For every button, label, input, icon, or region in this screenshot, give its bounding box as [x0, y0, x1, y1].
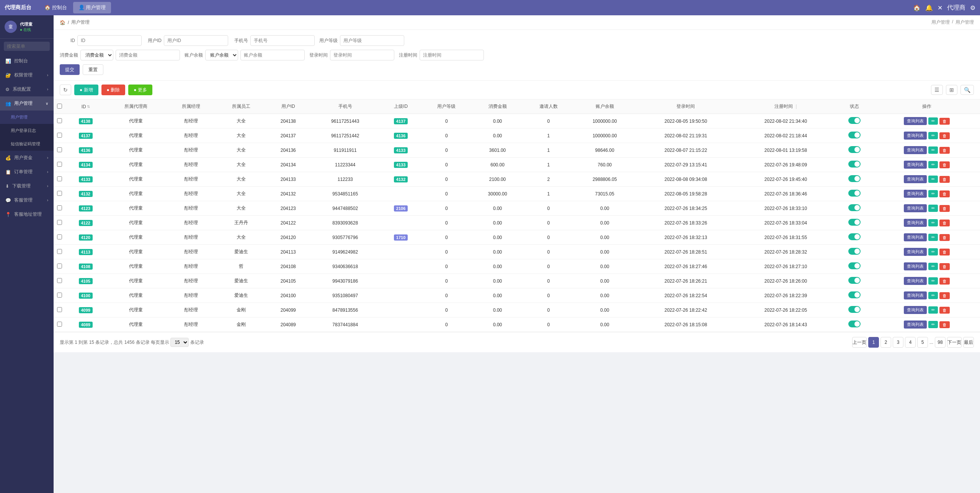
- row-checkbox[interactable]: [57, 249, 62, 254]
- refresh-button[interactable]: ↻: [60, 85, 71, 95]
- select-all-checkbox[interactable]: [57, 104, 62, 109]
- detail-button[interactable]: 查询列表: [904, 321, 927, 329]
- status-toggle[interactable]: [848, 321, 861, 327]
- edit-button[interactable]: ✏: [928, 117, 938, 125]
- row-checkbox[interactable]: [57, 322, 62, 327]
- filter-balance-input[interactable]: [240, 50, 305, 60]
- page-size-select[interactable]: 15 30 50: [170, 338, 189, 347]
- delete-row-button[interactable]: 🗑: [939, 263, 950, 270]
- nav-item-dashboard[interactable]: 🏠 控制台: [39, 2, 72, 13]
- delete-row-button[interactable]: 🗑: [939, 118, 950, 125]
- page-5-button[interactable]: 5: [917, 337, 928, 348]
- delete-row-button[interactable]: 🗑: [939, 307, 950, 314]
- sidebar-item-permissions[interactable]: 🔐 权限管理 ›: [0, 68, 54, 82]
- detail-button[interactable]: 查询列表: [904, 161, 927, 169]
- edit-button[interactable]: ✏: [928, 292, 938, 299]
- row-checkbox[interactable]: [57, 191, 62, 196]
- filter-amount-select[interactable]: 消费金额: [80, 50, 113, 60]
- edit-button[interactable]: ✏: [928, 205, 938, 212]
- search-toolbar-button[interactable]: 🔍: [960, 85, 974, 95]
- status-toggle[interactable]: [848, 161, 861, 168]
- more-button[interactable]: ● 更多: [128, 85, 152, 95]
- home-icon[interactable]: 🏠: [913, 4, 921, 11]
- grid-view-button[interactable]: ⊞: [946, 85, 957, 95]
- detail-button[interactable]: 查询列表: [904, 248, 927, 256]
- row-checkbox[interactable]: [57, 264, 62, 268]
- filter-phone-input[interactable]: [250, 35, 315, 46]
- detail-button[interactable]: 查询列表: [904, 117, 927, 125]
- edit-button[interactable]: ✏: [928, 176, 938, 183]
- status-toggle[interactable]: [848, 204, 861, 211]
- edit-button[interactable]: ✏: [928, 190, 938, 197]
- filter-userid-input[interactable]: [164, 35, 228, 46]
- filter-reg-input[interactable]: [420, 50, 484, 60]
- page-3-button[interactable]: 3: [893, 337, 903, 348]
- edit-button[interactable]: ✏: [928, 277, 938, 285]
- row-checkbox[interactable]: [57, 293, 62, 298]
- delete-row-button[interactable]: 🗑: [939, 190, 950, 197]
- status-toggle[interactable]: [848, 146, 861, 153]
- delete-row-button[interactable]: 🗑: [939, 132, 950, 139]
- edit-button[interactable]: ✏: [928, 132, 938, 139]
- status-toggle[interactable]: [848, 219, 861, 226]
- filter-balance-select[interactable]: 账户余额: [205, 50, 238, 60]
- status-toggle[interactable]: [848, 277, 861, 284]
- delete-row-button[interactable]: 🗑: [939, 278, 950, 285]
- detail-button[interactable]: 查询列表: [904, 306, 927, 314]
- status-toggle[interactable]: [848, 306, 861, 313]
- bell-icon[interactable]: 🔔: [925, 4, 933, 11]
- edit-button[interactable]: ✏: [928, 161, 938, 168]
- filter-id-input[interactable]: [77, 35, 142, 46]
- detail-button[interactable]: 查询列表: [904, 132, 927, 140]
- col-id-sort[interactable]: ID: [82, 104, 90, 109]
- list-view-button[interactable]: ☰: [931, 85, 943, 95]
- sidebar-item-dashboard[interactable]: 📊 控制台: [0, 54, 54, 68]
- last-page-button[interactable]: 最后: [963, 337, 974, 348]
- filter-level-input[interactable]: [340, 35, 404, 46]
- row-checkbox[interactable]: [57, 147, 62, 152]
- sidebar-subitem-user-manage[interactable]: 用户管理: [0, 111, 54, 124]
- close-icon[interactable]: ✕: [938, 4, 942, 11]
- filter-login-input[interactable]: [330, 50, 394, 60]
- row-checkbox[interactable]: [57, 118, 62, 123]
- delete-row-button[interactable]: 🗑: [939, 292, 950, 299]
- page-2-button[interactable]: 2: [880, 337, 891, 348]
- status-toggle[interactable]: [848, 132, 861, 138]
- status-toggle[interactable]: [848, 291, 861, 298]
- prev-page-button[interactable]: 上一页: [852, 337, 867, 348]
- next-page-button[interactable]: 下一页: [947, 337, 962, 348]
- row-checkbox[interactable]: [57, 307, 62, 312]
- detail-button[interactable]: 查询列表: [904, 233, 927, 241]
- sidebar-item-users[interactable]: 👥 用户管理 ∨: [0, 96, 54, 111]
- detail-button[interactable]: 查询列表: [904, 291, 927, 299]
- sidebar-item-support[interactable]: 💬 客服管理 ›: [0, 193, 54, 207]
- detail-button[interactable]: 查询列表: [904, 262, 927, 270]
- detail-button[interactable]: 查询列表: [904, 175, 927, 183]
- row-checkbox[interactable]: [57, 176, 62, 181]
- page-4-button[interactable]: 4: [905, 337, 916, 348]
- status-toggle[interactable]: [848, 233, 861, 240]
- status-toggle[interactable]: [848, 190, 861, 197]
- filter-amount-input[interactable]: [116, 50, 180, 60]
- status-toggle[interactable]: [848, 248, 861, 255]
- detail-button[interactable]: 查询列表: [904, 146, 927, 154]
- delete-row-button[interactable]: 🗑: [939, 176, 950, 183]
- edit-button[interactable]: ✏: [928, 219, 938, 226]
- delete-row-button[interactable]: 🗑: [939, 234, 950, 241]
- row-checkbox[interactable]: [57, 162, 62, 167]
- sidebar-item-address[interactable]: 📍 客服地址管理: [0, 207, 54, 221]
- delete-row-button[interactable]: 🗑: [939, 321, 950, 328]
- edit-button[interactable]: ✏: [928, 263, 938, 270]
- status-toggle[interactable]: [848, 175, 861, 182]
- add-button[interactable]: ● 新增: [74, 85, 98, 95]
- page-1-button[interactable]: 1: [868, 337, 879, 348]
- delete-row-button[interactable]: 🗑: [939, 249, 950, 255]
- delete-row-button[interactable]: 🗑: [939, 147, 950, 154]
- edit-button[interactable]: ✏: [928, 146, 938, 154]
- sidebar-item-finance[interactable]: 💰 用户资金 ›: [0, 151, 54, 165]
- delete-row-button[interactable]: 🗑: [939, 205, 950, 212]
- sidebar-item-config[interactable]: ⚙ 系统配置 ›: [0, 82, 54, 96]
- delete-button[interactable]: ● 删除: [101, 85, 126, 95]
- delete-row-button[interactable]: 🗑: [939, 161, 950, 168]
- detail-button[interactable]: 查询列表: [904, 277, 927, 285]
